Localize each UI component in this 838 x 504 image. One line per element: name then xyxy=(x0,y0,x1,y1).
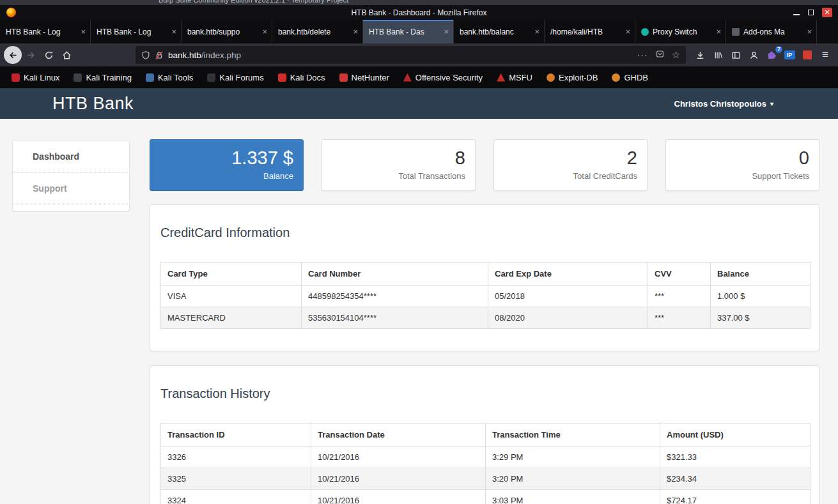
bookmark-item[interactable]: Kali Training xyxy=(74,73,132,82)
site-brand[interactable]: HTB Bank xyxy=(52,94,134,114)
window-controls: ✕ xyxy=(793,8,832,17)
table-cell: $724.17 xyxy=(660,490,811,504)
stat-card: 0 Support Tickets xyxy=(665,139,819,191)
sidebar-item[interactable]: Dashboard xyxy=(13,141,129,172)
bookmark-label: Kali Linux xyxy=(24,73,59,82)
forward-button[interactable] xyxy=(22,46,40,64)
library-button[interactable] xyxy=(709,46,727,64)
bookmark-label: Kali Tools xyxy=(158,73,193,82)
browser-tab[interactable]: HTB Bank - Log × xyxy=(91,20,182,43)
url-actions: ··· ☆ xyxy=(637,49,680,61)
table-cell: 3:03 PM xyxy=(486,490,660,504)
maximize-icon[interactable] xyxy=(808,10,814,15)
bookmark-item[interactable]: Exploit-DB xyxy=(547,73,598,82)
tracking-protection-shield-icon[interactable] xyxy=(141,50,150,60)
proxy-extension-button[interactable] xyxy=(798,46,816,64)
bookmark-item[interactable]: MSFU xyxy=(497,73,532,82)
tab-close-icon[interactable]: × xyxy=(807,27,812,36)
tab-title: Proxy Switch xyxy=(653,27,713,36)
page-content: Dashboard Support 1.337 $ Balance 8 Tota… xyxy=(0,119,838,504)
tab-close-icon[interactable]: × xyxy=(444,27,449,36)
bookmark-item[interactable]: GHDB xyxy=(612,73,648,82)
table-cell: *** xyxy=(648,307,711,329)
table-row: VISA448598254354****05/2018***1.000 $ xyxy=(161,286,811,307)
table-cell: 10/21/2016 xyxy=(311,490,486,504)
tab-bar: HTB Bank - Log × HTB Bank - Log × bank.h… xyxy=(0,20,838,43)
bookmark-favicon-icon xyxy=(12,73,20,82)
bookmark-favicon-icon xyxy=(74,73,82,82)
url-path: /index.php xyxy=(201,50,241,60)
close-icon[interactable]: ✕ xyxy=(822,8,832,17)
url-text[interactable]: bank.htb/index.php xyxy=(168,50,637,60)
table-cell: VISA xyxy=(161,286,302,307)
tab-close-icon[interactable]: × xyxy=(81,27,86,36)
menu-button[interactable]: ≡ xyxy=(816,46,834,64)
bookmark-item[interactable]: Offensive Security xyxy=(403,73,483,82)
column-header: Balance xyxy=(711,263,811,286)
bookmark-item[interactable]: Kali Forums xyxy=(207,73,263,82)
back-button[interactable] xyxy=(4,46,22,64)
tab-close-icon[interactable]: × xyxy=(171,27,176,36)
url-bar[interactable]: bank.htb/index.php ··· ☆ xyxy=(136,46,686,64)
extension-puzzle-icon[interactable]: 7 xyxy=(763,46,780,64)
bookmark-star-icon[interactable]: ☆ xyxy=(672,49,680,61)
tab-close-icon[interactable]: × xyxy=(625,27,630,36)
browser-tab[interactable]: bank.htb/delete × xyxy=(272,20,363,43)
table-cell: 05/2018 xyxy=(488,286,648,307)
bookmark-favicon-icon xyxy=(207,73,215,82)
tab-close-icon[interactable]: × xyxy=(534,27,539,36)
downloads-button[interactable] xyxy=(691,46,709,64)
bookmark-favicon-icon xyxy=(403,73,412,82)
page-actions-icon[interactable]: ··· xyxy=(637,50,648,60)
bookmark-item[interactable]: Kali Docs xyxy=(278,73,325,82)
creditcard-table: Card TypeCard NumberCard Exp DateCVVBala… xyxy=(160,262,811,329)
stat-card: 2 Total CreditCards xyxy=(493,139,648,191)
sidebar-toggle-button[interactable] xyxy=(727,46,745,64)
table-header-row: Card TypeCard NumberCard Exp DateCVVBala… xyxy=(161,263,811,286)
url-domain: bank.htb xyxy=(168,50,201,60)
browser-tab[interactable]: bank.htb/suppo × xyxy=(182,20,272,43)
bookmark-label: Kali Docs xyxy=(290,73,325,82)
tab-title: Add-ons Ma xyxy=(743,27,803,36)
bookmark-item[interactable]: NetHunter xyxy=(339,73,389,82)
tab-title: HTB Bank - Das xyxy=(369,27,440,36)
column-header: Transaction ID xyxy=(161,424,311,447)
table-cell: $234.34 xyxy=(660,468,811,490)
user-menu[interactable]: Christos Christopoulos ▾ xyxy=(674,99,773,109)
sidebar-item[interactable]: Support xyxy=(13,172,129,204)
reload-button[interactable] xyxy=(40,46,58,64)
browser-tab[interactable]: Add-ons Ma × xyxy=(726,20,817,43)
column-header: Card Exp Date xyxy=(488,263,648,286)
browser-tab[interactable]: /home/kali/HTB × xyxy=(545,20,635,43)
table-cell: 1.000 $ xyxy=(711,286,811,307)
bookmark-item[interactable]: Kali Linux xyxy=(12,73,59,82)
pocket-icon[interactable] xyxy=(656,50,664,60)
table-cell: $321.33 xyxy=(660,447,811,468)
tab-close-icon[interactable]: × xyxy=(353,27,358,36)
browser-tab[interactable]: bank.htb/balanc × xyxy=(454,20,545,43)
stat-label: Support Tickets xyxy=(676,171,809,181)
bookmark-label: Kali Forums xyxy=(219,73,263,82)
ip-extension-button[interactable]: IP xyxy=(780,46,798,64)
tab-close-icon[interactable]: × xyxy=(716,27,721,36)
column-header: Transaction Time xyxy=(486,424,660,447)
main-column: 1.337 $ Balance 8 Total Transactions 2 T… xyxy=(150,139,819,504)
bookmark-label: Offensive Security xyxy=(415,73,483,82)
bookmark-item[interactable]: Kali Tools xyxy=(146,73,193,82)
bookmark-favicon-icon xyxy=(339,73,348,82)
hamburger-menu-icon: ≡ xyxy=(822,49,828,61)
column-header: CVV xyxy=(648,263,711,286)
table-cell: 3:29 PM xyxy=(486,447,660,468)
bookmark-label: GHDB xyxy=(624,73,648,82)
table-row: MASTERCARD535630154104****08/2020***337.… xyxy=(161,307,811,329)
insecure-lock-icon[interactable] xyxy=(155,50,164,60)
column-header: Amount (USD) xyxy=(660,424,811,447)
home-button[interactable] xyxy=(58,46,75,64)
browser-tab[interactable]: HTB Bank - Das × xyxy=(363,20,454,43)
browser-tab[interactable]: Proxy Switch × xyxy=(635,20,726,43)
minimize-icon[interactable] xyxy=(793,14,800,15)
tab-close-icon[interactable]: × xyxy=(262,27,267,36)
firefox-logo-icon xyxy=(6,8,16,17)
browser-tab[interactable]: HTB Bank - Log × xyxy=(0,20,91,43)
account-button[interactable] xyxy=(745,46,763,64)
